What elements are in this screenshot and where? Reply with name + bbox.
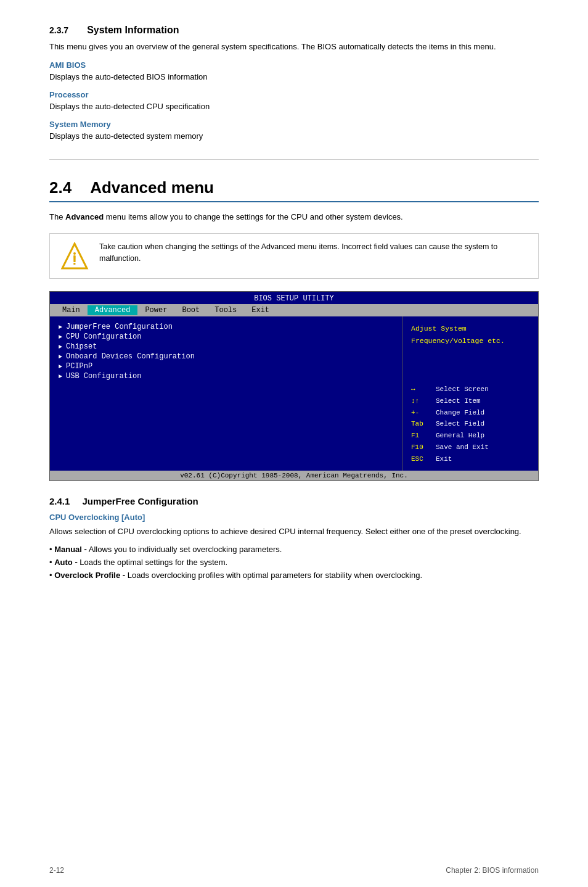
key-name: ↔ — [411, 384, 433, 395]
bios-screen: BIOS SETUP UTILITY Main Advanced Power B… — [49, 291, 539, 481]
key-row: ↔ Select Screen — [411, 384, 529, 395]
key-name: +- — [411, 407, 433, 419]
bios-left-menu-list: ►JumperFree Configuration ►CPU Configura… — [59, 323, 393, 381]
bullet-auto-label: Auto - — [54, 558, 78, 567]
arrow-icon: ► — [59, 344, 62, 350]
bullet-manual-label: Manual - — [54, 545, 87, 554]
bios-right-keys: ↔ Select Screen ↕↑ Select Item +- Change… — [411, 384, 529, 464]
bullet-profile-label: Overclock Profile - — [54, 571, 125, 580]
section-237-title: System Information — [87, 25, 179, 36]
footer-chapter: Chapter 2: BIOS information — [446, 866, 539, 875]
arrow-icon: ► — [59, 363, 62, 370]
bullet-manual-text: Allows you to individually set overclock… — [87, 545, 282, 554]
bullet-manual: • Manual - Allows you to individually se… — [49, 543, 539, 556]
section-241-number: 2.4.1 — [49, 496, 70, 506]
key-row: F10 Save and Exit — [411, 442, 529, 453]
processor-body: Displays the auto-detected CPU specifica… — [49, 102, 539, 111]
bios-menu-power[interactable]: Power — [137, 305, 174, 315]
section-241: 2.4.1 JumperFree Configuration CPU Overc… — [49, 496, 539, 582]
warning-text: Take caution when changing the settings … — [99, 241, 528, 265]
list-item[interactable]: ►USB Configuration — [59, 372, 393, 381]
arrow-icon: ► — [59, 324, 62, 331]
bios-right-description: Adjust System Frequency/Voltage etc. — [411, 323, 529, 347]
key-desc: Select Field — [436, 418, 484, 430]
page-footer: 2-12 Chapter 2: BIOS information — [0, 866, 588, 875]
key-row: ESC Exit — [411, 453, 529, 465]
arrow-icon: ► — [59, 373, 62, 380]
key-row: +- Change Field — [411, 407, 529, 419]
section-237-heading: 2.3.7 System Information — [49, 25, 539, 36]
bios-menu-boot[interactable]: Boot — [174, 305, 207, 315]
bios-item-usb: USB Configuration — [66, 372, 141, 381]
bios-menu-main[interactable]: Main — [55, 305, 88, 315]
bios-menu-bar: Main Advanced Power Boot Tools Exit — [50, 304, 538, 316]
bullet-profile-text: Loads overclocking profiles with optimal… — [125, 571, 422, 580]
footer-page-number: 2-12 — [49, 866, 64, 875]
svg-point-2 — [73, 252, 76, 255]
section-241-title-text: JumperFree Configuration — [82, 496, 198, 506]
bios-title-bar: BIOS SETUP UTILITY — [50, 292, 538, 304]
cpu-overclocking-section: CPU Overclocking [Auto] Allows selection… — [49, 513, 539, 582]
bios-item-onboard: Onboard Devices Configuration — [66, 352, 195, 361]
bios-right-panel: Adjust System Frequency/Voltage etc. ↔ S… — [402, 316, 538, 471]
section-24-heading: 2.4 Advanced menu — [49, 178, 539, 202]
bios-item-chipset: Chipset — [66, 342, 97, 351]
subsection-system-memory: System Memory Displays the auto-detected… — [49, 120, 539, 141]
bios-item-pcipm: PCIPnP — [66, 362, 92, 371]
list-item[interactable]: ►PCIPnP — [59, 362, 393, 371]
advanced-bold: Advanced — [65, 212, 104, 221]
ami-bios-body: Displays the auto-detected BIOS informat… — [49, 72, 539, 81]
section-divider — [49, 159, 539, 160]
bios-menu-tools[interactable]: Tools — [207, 305, 244, 315]
warning-icon: ! — [60, 241, 89, 271]
section-24: 2.4 Advanced menu The Advanced menu item… — [49, 178, 539, 482]
subsection-ami-bios: AMI BIOS Displays the auto-detected BIOS… — [49, 60, 539, 81]
key-desc: Select Screen — [436, 384, 489, 395]
ami-bios-title: AMI BIOS — [49, 60, 539, 70]
subsection-processor: Processor Displays the auto-detected CPU… — [49, 90, 539, 111]
svg-rect-3 — [74, 256, 76, 262]
bullet-auto-text: Loads the optimal settings for the syste… — [78, 558, 228, 567]
list-item[interactable]: ►Onboard Devices Configuration — [59, 352, 393, 361]
bios-left-panel: ►JumperFree Configuration ►CPU Configura… — [50, 316, 402, 471]
section-237-number: 2.3.7 — [49, 25, 68, 35]
section-24-title-text: Advanced menu — [90, 178, 214, 197]
key-desc: Save and Exit — [436, 442, 489, 453]
bios-menu-exit[interactable]: Exit — [244, 305, 277, 315]
key-row: F1 General Help — [411, 430, 529, 442]
key-desc: General Help — [436, 430, 484, 442]
section-237: 2.3.7 System Information This menu gives… — [49, 25, 539, 141]
system-memory-body: Displays the auto-detected system memory — [49, 131, 539, 141]
key-row: ↕↑ Select Item — [411, 395, 529, 407]
bullet-auto: • Auto - Loads the optimal settings for … — [49, 556, 539, 569]
processor-title: Processor — [49, 90, 539, 99]
key-name: ↕↑ — [411, 395, 433, 407]
bios-item-jumperfree: JumperFree Configuration — [66, 323, 173, 331]
key-desc: Exit — [436, 453, 452, 465]
key-desc: Select Item — [436, 395, 481, 407]
key-name: Tab — [411, 418, 433, 430]
list-item[interactable]: ►CPU Configuration — [59, 332, 393, 341]
section-24-intro: The Advanced menu items allow you to cha… — [49, 211, 539, 224]
bios-footer: v02.61 (C)Copyright 1985-2008, American … — [50, 471, 538, 481]
section-241-heading: 2.4.1 JumperFree Configuration — [49, 496, 539, 506]
cpu-overclocking-title: CPU Overclocking [Auto] — [49, 513, 539, 522]
list-item[interactable]: ►JumperFree Configuration — [59, 323, 393, 331]
arrow-icon: ► — [59, 334, 62, 340]
list-item[interactable]: ►Chipset — [59, 342, 393, 351]
warning-box: ! Take caution when changing the setting… — [49, 233, 539, 279]
bios-menu-advanced[interactable]: Advanced — [88, 305, 138, 315]
key-name: F10 — [411, 442, 433, 453]
key-desc: Change Field — [436, 407, 484, 419]
bios-item-cpu: CPU Configuration — [66, 332, 141, 341]
section-237-intro: This menu gives you an overview of the g… — [49, 41, 539, 53]
cpu-overclocking-body: Allows selection of CPU overclocking opt… — [49, 526, 539, 538]
bios-body: ►JumperFree Configuration ►CPU Configura… — [50, 316, 538, 471]
system-memory-title: System Memory — [49, 120, 539, 129]
key-row: Tab Select Field — [411, 418, 529, 430]
key-name: ESC — [411, 453, 433, 465]
key-name: F1 — [411, 430, 433, 442]
section-24-number: 2.4 — [49, 178, 71, 197]
section-24-intro-after: menu items allow you to change the setti… — [104, 212, 403, 221]
arrow-icon: ► — [59, 353, 62, 360]
